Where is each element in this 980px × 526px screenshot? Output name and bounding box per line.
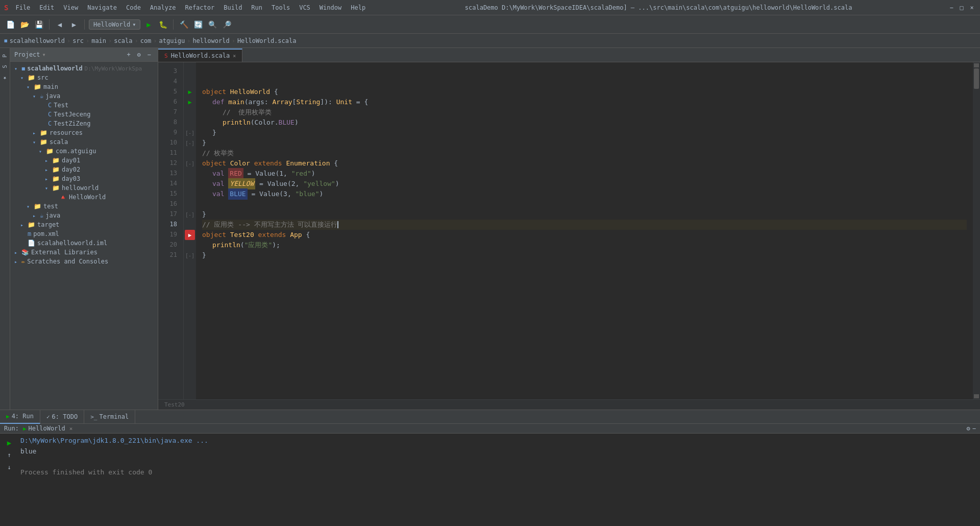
- tree-item-pom[interactable]: m pom.xml: [10, 229, 158, 238]
- scroll-down-btn[interactable]: ↓: [4, 462, 14, 472]
- tab-close-icon[interactable]: ×: [233, 53, 236, 59]
- add-icon[interactable]: +: [124, 50, 133, 59]
- maximize-btn[interactable]: □: [958, 4, 966, 12]
- tree-item-external-libs[interactable]: ▸ 📚 External Libraries: [10, 248, 158, 257]
- toolbar-debug-btn[interactable]: 🐛: [157, 18, 169, 31]
- breadcrumb-filename[interactable]: HelloWorld.scala: [237, 37, 297, 44]
- tree-item-test-folder[interactable]: ▾ 📁 test: [10, 202, 158, 211]
- menu-code[interactable]: Code: [122, 3, 145, 12]
- close-btn[interactable]: ×: [968, 4, 976, 12]
- breadcrumb-src[interactable]: src: [72, 37, 84, 44]
- run-close-icon[interactable]: ×: [69, 425, 73, 432]
- toolbar-search-btn[interactable]: 🔎: [220, 18, 233, 31]
- menu-help[interactable]: Help: [347, 3, 370, 12]
- tree-item-scratches[interactable]: ▸ ✏️ Scratches and Consoles: [10, 257, 158, 266]
- favorites-icon[interactable]: ★: [1, 73, 9, 84]
- breadcrumb-scalahelloworld[interactable]: scalahelloworld: [10, 37, 65, 44]
- tree-item-resources[interactable]: ▸ 📁 resources: [10, 128, 158, 137]
- editor-tab-helloworld[interactable]: S HelloWorld.scala ×: [158, 49, 242, 62]
- gutter-5[interactable]: ▶: [184, 87, 196, 97]
- fold-icon-10[interactable]: [-]: [185, 140, 194, 146]
- menu-analyze[interactable]: Analyze: [146, 3, 180, 12]
- toolbar-find-btn[interactable]: 🔍: [206, 18, 218, 31]
- toolbar-sync-btn[interactable]: 🔄: [192, 18, 204, 31]
- tree-item-testzizeng[interactable]: C TestZiZeng: [10, 119, 158, 128]
- scrollbar-thumb[interactable]: [974, 68, 979, 89]
- line-num-10: 10: [160, 138, 181, 148]
- tree-item-main[interactable]: ▾ 📁 main: [10, 82, 158, 91]
- run-panel-gear-icon[interactable]: ⚙: [967, 425, 970, 432]
- tree-item-test-java[interactable]: C Test: [10, 101, 158, 110]
- gutter-19[interactable]: ▶: [184, 230, 196, 240]
- tree-item-java[interactable]: ▾ ☕ java: [10, 91, 158, 101]
- tree-item-testjeceng[interactable]: C TestJeceng: [10, 110, 158, 119]
- color-name: Color: [230, 158, 254, 169]
- tree-item-com-atguigu[interactable]: ▾ 📁 com.atguigu: [10, 147, 158, 156]
- menu-file[interactable]: File: [11, 3, 34, 12]
- run-object-helloworld-btn[interactable]: ▶: [188, 88, 191, 95]
- gutter-6[interactable]: ▶: [184, 97, 196, 107]
- text-cursor: [337, 221, 338, 228]
- gutter-12[interactable]: [-]: [184, 158, 196, 169]
- menu-run[interactable]: Run: [247, 3, 266, 12]
- todo-tab[interactable]: ✓ 6: TODO: [40, 410, 84, 424]
- toolbar-save-btn[interactable]: 💾: [33, 18, 45, 31]
- fold-icon-9[interactable]: [-]: [185, 130, 194, 136]
- editor-scrollbar[interactable]: [973, 62, 980, 399]
- run-panel-minimize-icon[interactable]: −: [972, 425, 976, 432]
- structure-icon[interactable]: S: [1, 63, 9, 70]
- tree-item-scala[interactable]: ▾ 📁 scala: [10, 137, 158, 147]
- project-icon[interactable]: P: [1, 52, 9, 60]
- settings-icon[interactable]: ⚙: [134, 50, 143, 59]
- scrollbar-up[interactable]: [974, 63, 979, 67]
- run-tab[interactable]: ▶ 4: Run: [0, 410, 40, 424]
- menu-vcs[interactable]: VCS: [295, 3, 314, 12]
- title-bar: S File Edit View Navigate Code Analyze R…: [0, 0, 980, 15]
- toolbar-open-btn[interactable]: 📂: [18, 18, 31, 31]
- breadcrumb-com[interactable]: com: [140, 37, 152, 44]
- menu-window[interactable]: Window: [315, 3, 346, 12]
- tree-item-root[interactable]: ▾ ◼ scalahelloworld D:\MyWork\WorkSpa: [10, 64, 158, 73]
- expand-icon: ▾: [27, 204, 32, 209]
- tree-item-helloworld-scala[interactable]: 🔺 HelloWorld: [10, 193, 158, 202]
- close-panel-icon[interactable]: −: [144, 50, 154, 59]
- toolbar-new-btn[interactable]: 📄: [4, 18, 16, 31]
- tree-item-helloworld[interactable]: ▾ 📁 helloworld: [10, 183, 158, 193]
- toolbar-back-btn[interactable]: ◀: [54, 18, 66, 31]
- menu-tools[interactable]: Tools: [267, 3, 294, 12]
- keyword-val-13: val: [212, 169, 228, 179]
- tree-item-day03[interactable]: ▸ 📁 day03: [10, 174, 158, 183]
- scroll-up-btn[interactable]: ↑: [4, 450, 14, 460]
- fold-icon-12[interactable]: [-]: [185, 161, 194, 166]
- tree-item-test-java-folder[interactable]: ▸ ☕ java: [10, 211, 158, 220]
- breadcrumb-helloworld[interactable]: helloworld: [192, 37, 229, 44]
- toolbar-build-btn[interactable]: 🔨: [178, 18, 190, 31]
- run-again-btn[interactable]: ▶: [4, 438, 14, 448]
- run-label: Run:: [4, 425, 19, 432]
- fold-icon-21[interactable]: [-]: [185, 253, 194, 258]
- menu-navigate[interactable]: Navigate: [83, 3, 121, 12]
- tree-item-target[interactable]: ▸ 📁 target: [10, 220, 158, 229]
- menu-refactor[interactable]: Refactor: [181, 3, 218, 12]
- menu-build[interactable]: Build: [219, 3, 246, 12]
- minimize-btn[interactable]: −: [947, 4, 955, 12]
- scrollbar-down[interactable]: [974, 394, 979, 398]
- menu-edit[interactable]: Edit: [35, 3, 58, 12]
- run-config-selector[interactable]: HelloWorld ▾: [89, 19, 140, 30]
- tree-item-day02[interactable]: ▸ 📁 day02: [10, 165, 158, 174]
- code-line-16: [202, 199, 967, 209]
- run-main-btn[interactable]: ▶: [188, 99, 191, 106]
- toolbar-run-btn[interactable]: ▶: [142, 18, 155, 31]
- tree-item-src[interactable]: ▾ 📁 src: [10, 73, 158, 82]
- tree-item-day01[interactable]: ▸ 📁 day01: [10, 156, 158, 165]
- breadcrumb-main[interactable]: main: [91, 37, 106, 44]
- breadcrumb-atguigu[interactable]: atguigu: [159, 37, 185, 44]
- tree-item-iml[interactable]: 📄 scalahelloworld.iml: [10, 238, 158, 248]
- breadcrumb-scala[interactable]: scala: [114, 37, 132, 44]
- code-content[interactable]: object HelloWorld { def main(args: Array…: [196, 62, 973, 399]
- run-test20-btn[interactable]: ▶: [185, 230, 195, 240]
- fold-icon-17[interactable]: [-]: [185, 212, 194, 218]
- toolbar-forward-btn[interactable]: ▶: [68, 18, 80, 31]
- menu-view[interactable]: View: [59, 3, 82, 12]
- terminal-tab[interactable]: >_ Terminal: [84, 410, 135, 424]
